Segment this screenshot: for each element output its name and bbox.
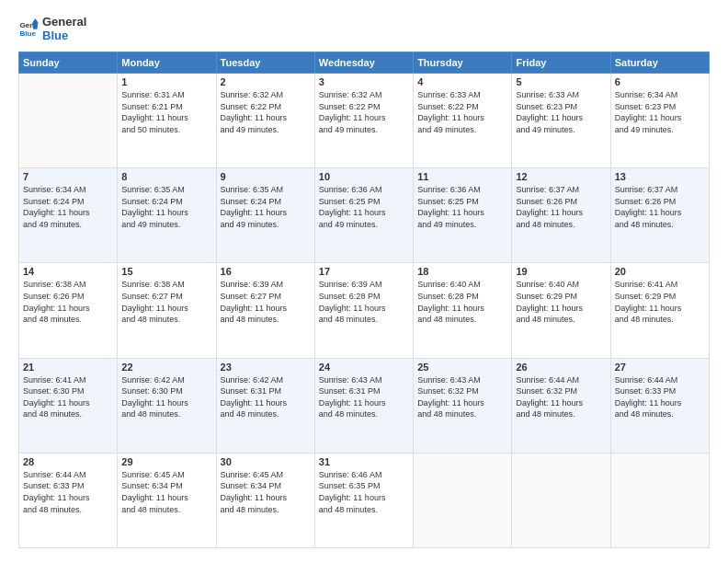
calendar-cell [414, 453, 512, 547]
calendar-cell: 17Sunrise: 6:39 AMSunset: 6:28 PMDayligh… [314, 263, 413, 358]
cell-info: Sunrise: 6:42 AMSunset: 6:30 PMDaylight:… [121, 374, 211, 420]
day-number: 29 [121, 456, 211, 467]
calendar-cell: 11Sunrise: 6:36 AMSunset: 6:25 PMDayligh… [414, 168, 512, 263]
day-number: 23 [221, 362, 311, 373]
calendar-cell: 7Sunrise: 6:34 AMSunset: 6:24 PMDaylight… [19, 168, 118, 263]
day-number: 27 [615, 362, 705, 373]
cell-info: Sunrise: 6:38 AMSunset: 6:27 PMDaylight:… [121, 279, 211, 325]
svg-text:Blue: Blue [19, 29, 36, 38]
cell-info: Sunrise: 6:43 AMSunset: 6:31 PMDaylight:… [319, 374, 409, 420]
calendar-cell: 6Sunrise: 6:34 AMSunset: 6:23 PMDaylight… [610, 74, 709, 168]
calendar-page: General Blue General Blue SundayMondayTu… [0, 0, 728, 563]
cell-info: Sunrise: 6:46 AMSunset: 6:35 PMDaylight:… [319, 469, 409, 515]
calendar-cell: 10Sunrise: 6:36 AMSunset: 6:25 PMDayligh… [314, 168, 413, 263]
cell-info: Sunrise: 6:35 AMSunset: 6:24 PMDaylight:… [221, 184, 311, 230]
calendar-cell: 1Sunrise: 6:31 AMSunset: 6:21 PMDaylight… [118, 74, 216, 168]
weekday-header-wednesday: Wednesday [314, 52, 413, 74]
day-number: 16 [221, 266, 311, 277]
calendar-cell: 4Sunrise: 6:33 AMSunset: 6:22 PMDaylight… [414, 74, 512, 168]
week-row-2: 14Sunrise: 6:38 AMSunset: 6:26 PMDayligh… [19, 263, 710, 358]
day-number: 31 [319, 456, 409, 467]
week-row-4: 28Sunrise: 6:44 AMSunset: 6:33 PMDayligh… [19, 453, 710, 547]
cell-info: Sunrise: 6:44 AMSunset: 6:33 PMDaylight:… [23, 469, 113, 515]
day-number: 11 [417, 171, 507, 182]
cell-info: Sunrise: 6:37 AMSunset: 6:26 PMDaylight:… [516, 184, 606, 230]
cell-info: Sunrise: 6:36 AMSunset: 6:25 PMDaylight:… [319, 184, 409, 230]
calendar-cell: 2Sunrise: 6:32 AMSunset: 6:22 PMDaylight… [216, 74, 314, 168]
weekday-header-tuesday: Tuesday [216, 52, 314, 74]
cell-info: Sunrise: 6:37 AMSunset: 6:26 PMDaylight:… [615, 184, 705, 230]
day-number: 24 [319, 362, 409, 373]
cell-info: Sunrise: 6:32 AMSunset: 6:22 PMDaylight:… [221, 89, 311, 135]
cell-info: Sunrise: 6:43 AMSunset: 6:32 PMDaylight:… [417, 374, 507, 420]
calendar-cell: 19Sunrise: 6:40 AMSunset: 6:29 PMDayligh… [512, 263, 610, 358]
cell-info: Sunrise: 6:45 AMSunset: 6:34 PMDaylight:… [121, 469, 211, 515]
cell-info: Sunrise: 6:36 AMSunset: 6:25 PMDaylight:… [417, 184, 507, 230]
calendar-cell [512, 453, 610, 547]
weekday-header-monday: Monday [118, 52, 216, 74]
day-number: 9 [221, 171, 311, 182]
calendar-cell: 3Sunrise: 6:32 AMSunset: 6:22 PMDaylight… [314, 74, 413, 168]
day-number: 28 [23, 456, 113, 467]
cell-info: Sunrise: 6:44 AMSunset: 6:32 PMDaylight:… [516, 374, 606, 420]
logo-general: General [42, 15, 86, 29]
day-number: 18 [417, 266, 507, 277]
cell-info: Sunrise: 6:39 AMSunset: 6:28 PMDaylight:… [319, 279, 409, 325]
calendar-cell: 29Sunrise: 6:45 AMSunset: 6:34 PMDayligh… [118, 453, 216, 547]
weekday-header-sunday: Sunday [19, 52, 118, 74]
calendar-cell: 23Sunrise: 6:42 AMSunset: 6:31 PMDayligh… [216, 358, 314, 453]
cell-info: Sunrise: 6:35 AMSunset: 6:24 PMDaylight:… [121, 184, 211, 230]
cell-info: Sunrise: 6:31 AMSunset: 6:21 PMDaylight:… [121, 89, 211, 135]
calendar-cell: 14Sunrise: 6:38 AMSunset: 6:26 PMDayligh… [19, 263, 118, 358]
cell-info: Sunrise: 6:33 AMSunset: 6:23 PMDaylight:… [516, 89, 606, 135]
calendar-cell: 21Sunrise: 6:41 AMSunset: 6:30 PMDayligh… [19, 358, 118, 453]
week-row-3: 21Sunrise: 6:41 AMSunset: 6:30 PMDayligh… [19, 358, 710, 453]
weekday-header-thursday: Thursday [414, 52, 512, 74]
cell-info: Sunrise: 6:34 AMSunset: 6:23 PMDaylight:… [615, 89, 705, 135]
day-number: 1 [121, 76, 211, 87]
calendar-cell: 12Sunrise: 6:37 AMSunset: 6:26 PMDayligh… [512, 168, 610, 263]
weekday-header-saturday: Saturday [610, 52, 709, 74]
day-number: 20 [615, 266, 705, 277]
header: General Blue General Blue [18, 15, 710, 42]
cell-info: Sunrise: 6:34 AMSunset: 6:24 PMDaylight:… [23, 184, 113, 230]
calendar-cell: 15Sunrise: 6:38 AMSunset: 6:27 PMDayligh… [118, 263, 216, 358]
cell-info: Sunrise: 6:41 AMSunset: 6:29 PMDaylight:… [615, 279, 705, 325]
day-number: 26 [516, 362, 606, 373]
logo-blue: Blue [42, 29, 86, 42]
day-number: 3 [319, 76, 409, 87]
calendar-cell: 26Sunrise: 6:44 AMSunset: 6:32 PMDayligh… [512, 358, 610, 453]
calendar-cell: 25Sunrise: 6:43 AMSunset: 6:32 PMDayligh… [414, 358, 512, 453]
day-number: 17 [319, 266, 409, 277]
calendar-cell: 18Sunrise: 6:40 AMSunset: 6:28 PMDayligh… [414, 263, 512, 358]
calendar-cell: 24Sunrise: 6:43 AMSunset: 6:31 PMDayligh… [314, 358, 413, 453]
day-number: 2 [221, 76, 311, 87]
week-row-1: 7Sunrise: 6:34 AMSunset: 6:24 PMDaylight… [19, 168, 710, 263]
calendar-cell: 13Sunrise: 6:37 AMSunset: 6:26 PMDayligh… [610, 168, 709, 263]
cell-info: Sunrise: 6:40 AMSunset: 6:29 PMDaylight:… [516, 279, 606, 325]
calendar-cell: 9Sunrise: 6:35 AMSunset: 6:24 PMDaylight… [216, 168, 314, 263]
calendar-cell [610, 453, 709, 547]
calendar-cell: 5Sunrise: 6:33 AMSunset: 6:23 PMDaylight… [512, 74, 610, 168]
day-number: 15 [121, 266, 211, 277]
day-number: 12 [516, 171, 606, 182]
cell-info: Sunrise: 6:40 AMSunset: 6:28 PMDaylight:… [417, 279, 507, 325]
week-row-0: 1Sunrise: 6:31 AMSunset: 6:21 PMDaylight… [19, 74, 710, 168]
calendar-cell: 20Sunrise: 6:41 AMSunset: 6:29 PMDayligh… [610, 263, 709, 358]
cell-info: Sunrise: 6:33 AMSunset: 6:22 PMDaylight:… [417, 89, 507, 135]
cell-info: Sunrise: 6:38 AMSunset: 6:26 PMDaylight:… [23, 279, 113, 325]
calendar-cell: 8Sunrise: 6:35 AMSunset: 6:24 PMDaylight… [118, 168, 216, 263]
day-number: 8 [121, 171, 211, 182]
day-number: 30 [221, 456, 311, 467]
day-number: 6 [615, 76, 705, 87]
calendar-cell: 22Sunrise: 6:42 AMSunset: 6:30 PMDayligh… [118, 358, 216, 453]
calendar-cell: 31Sunrise: 6:46 AMSunset: 6:35 PMDayligh… [314, 453, 413, 547]
day-number: 5 [516, 76, 606, 87]
calendar-cell: 27Sunrise: 6:44 AMSunset: 6:33 PMDayligh… [610, 358, 709, 453]
logo-text: General Blue [42, 15, 86, 42]
calendar-cell [19, 74, 118, 168]
cell-info: Sunrise: 6:39 AMSunset: 6:27 PMDaylight:… [221, 279, 311, 325]
calendar-table: SundayMondayTuesdayWednesdayThursdayFrid… [18, 52, 710, 548]
cell-info: Sunrise: 6:44 AMSunset: 6:33 PMDaylight:… [615, 374, 705, 420]
cell-info: Sunrise: 6:45 AMSunset: 6:34 PMDaylight:… [221, 469, 311, 515]
